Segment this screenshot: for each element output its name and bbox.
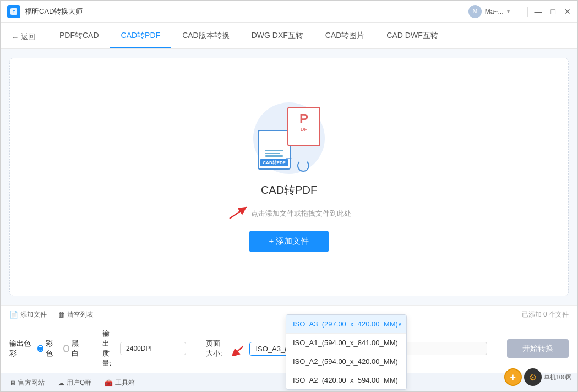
pagesize-arrow-icon <box>231 341 243 356</box>
footer-qq-label: 用户Q群 <box>67 378 91 388</box>
radio-dot-bw <box>63 345 70 352</box>
titlebar-sep <box>527 7 528 17</box>
output-dir-input[interactable] <box>399 342 487 355</box>
trash-icon: 🗑 <box>58 311 65 319</box>
cad-line-2 <box>265 153 280 154</box>
watermark: + ⚙ 单机100网 <box>504 368 572 386</box>
add-file-button[interactable]: + 添加文件 <box>249 231 329 252</box>
watermark-text: 单机100网 <box>544 373 572 382</box>
dropdown-item-label-1: ISO_A1_(594.00_x_841.00_MM) <box>293 339 398 347</box>
tab-caddwf[interactable]: CAD DWF互转 <box>375 31 449 48</box>
cad-file-icon: CAD转PDF <box>258 130 291 170</box>
footer-website[interactable]: 🖥 官方网站 <box>9 378 45 388</box>
dropdown-item-label-0: ISO_A3_(297.00_x_420.00_MM) <box>293 320 398 328</box>
bw-option-label: 黑白 <box>72 339 83 358</box>
dropdown-item-2[interactable]: ISO_A2_(594.00_x_420.00_MM) <box>286 352 406 371</box>
back-button[interactable]: ← 返回 <box>12 32 35 48</box>
toolbox-icon: 🧰 <box>105 379 113 387</box>
minimize-button[interactable]: — <box>535 8 542 15</box>
footer-toolbox-label: 工具箱 <box>115 378 135 388</box>
monitor-icon: 🖥 <box>9 379 16 387</box>
drop-hint: 点击添加文件或拖拽文件到此处 <box>227 206 351 222</box>
app-logo: F <box>7 5 20 18</box>
user-info: M Ma~... ▾ <box>468 5 510 18</box>
convert-arrow-icon: → <box>285 153 293 163</box>
tab-dwgdxf[interactable]: DWG DXF互转 <box>241 31 314 48</box>
tab-cadver[interactable]: CAD版本转换 <box>171 31 241 48</box>
tab-cad2pdf[interactable]: CAD转PDF <box>110 31 172 48</box>
start-convert-button[interactable]: 开始转换 <box>507 339 569 358</box>
red-arrow-icon <box>227 206 247 222</box>
quality-select[interactable]: 2400DPI 1200DPI 600DPI 300DPI <box>120 342 186 355</box>
color-radio-bw[interactable]: 黑白 <box>63 339 83 358</box>
quality-select-wrapper: 2400DPI 1200DPI 600DPI 300DPI <box>120 342 186 355</box>
drop-hint-text: 点击添加文件或拖拽文件到此处 <box>251 209 351 217</box>
watermark-badge: + <box>504 368 522 386</box>
back-label: 返回 <box>21 32 35 42</box>
titlebar: F 福昕CAD转换大师 M Ma~... ▾ — □ ✕ <box>1 1 577 23</box>
quality-option: 输出质量: 2400DPI 1200DPI 600DPI 300DPI <box>102 329 186 368</box>
pagesize-dropdown: ISO_A3_(297.00_x_420.00_MM) ∧ ISO_A1_(59… <box>286 314 407 390</box>
cad-lines <box>265 150 283 157</box>
add-file-action[interactable]: 📄 添加文件 <box>9 310 47 319</box>
avatar: M <box>468 5 482 18</box>
color-label: 输出色彩 <box>9 339 33 358</box>
qq-icon: ☁ <box>58 379 64 387</box>
window-controls: — □ ✕ <box>535 8 571 15</box>
file-illustration: CAD转PDF P DF → <box>253 102 325 174</box>
watermark-gear: ⚙ <box>524 368 542 386</box>
file-actions: 📄 添加文件 🗑 清空列表 <box>9 310 94 319</box>
svg-text:F: F <box>13 9 15 14</box>
dropdown-item-3[interactable]: ISO_A2_(420.00_x_594.00_MM) <box>286 371 406 389</box>
drop-area[interactable]: CAD转PDF P DF → CAD转PDF 点击 <box>9 58 569 296</box>
footer-toolbox[interactable]: 🧰 工具箱 <box>105 378 135 388</box>
dropdown-item-label-3: ISO_A2_(420.00_x_594.00_MM) <box>293 376 398 384</box>
color-radio-group: 彩色 黑白 <box>37 339 83 358</box>
refresh-icon <box>297 160 309 172</box>
file-count: 已添加 0 个文件 <box>522 310 569 319</box>
username: Ma~... <box>485 8 504 15</box>
dropdown-item-1[interactable]: ISO_A1_(594.00_x_841.00_MM) <box>286 334 406 352</box>
pagesize-label: 页面大小: <box>206 339 227 358</box>
pdf-file-icon: P DF <box>287 107 320 146</box>
quality-label: 输出质量: <box>102 329 116 368</box>
dropdown-item-0[interactable]: ISO_A3_(297.00_x_420.00_MM) ∧ <box>286 315 406 334</box>
dropdown-item-label-2: ISO_A2_(594.00_x_420.00_MM) <box>293 357 398 366</box>
tab-cad2img[interactable]: CAD转图片 <box>314 31 376 48</box>
cad-label: CAD转PDF <box>260 159 288 166</box>
color-option: 输出色彩 彩色 黑白 <box>9 339 83 358</box>
footer-website-label: 官方网站 <box>18 378 45 388</box>
svg-line-3 <box>230 209 243 219</box>
add-icon: 📄 <box>9 311 18 319</box>
navbar: ← 返回 PDF转CAD CAD转PDF CAD版本转换 DWG DXF互转 C… <box>1 23 577 49</box>
footer-qq[interactable]: ☁ 用户Q群 <box>58 378 91 388</box>
dropdown-selected-icon: ∧ <box>398 321 402 327</box>
left-options: 输出色彩 彩色 黑白 输出质量: <box>9 329 487 368</box>
drop-title: CAD转PDF <box>261 183 317 198</box>
app-title: 福昕CAD转换大师 <box>25 7 468 17</box>
pdf-label: P <box>299 112 308 126</box>
svg-line-5 <box>235 343 243 354</box>
cad-line-3 <box>265 155 283 157</box>
tab-pdf2cad[interactable]: PDF转CAD <box>48 31 110 48</box>
close-button[interactable]: ✕ <box>564 8 571 15</box>
color-option-label: 彩色 <box>46 339 57 358</box>
pdf-sublabel: DF <box>301 127 307 132</box>
back-arrow-icon: ← <box>12 33 19 41</box>
radio-dot-color <box>37 345 44 352</box>
restore-button[interactable]: □ <box>551 8 555 15</box>
add-file-label: 添加文件 <box>20 310 47 319</box>
color-radio-color[interactable]: 彩色 <box>37 339 57 358</box>
user-dropdown-icon[interactable]: ▾ <box>507 8 510 14</box>
clear-list-action[interactable]: 🗑 清空列表 <box>58 310 94 319</box>
clear-label: 清空列表 <box>67 310 94 319</box>
cad-line-1 <box>265 150 283 151</box>
